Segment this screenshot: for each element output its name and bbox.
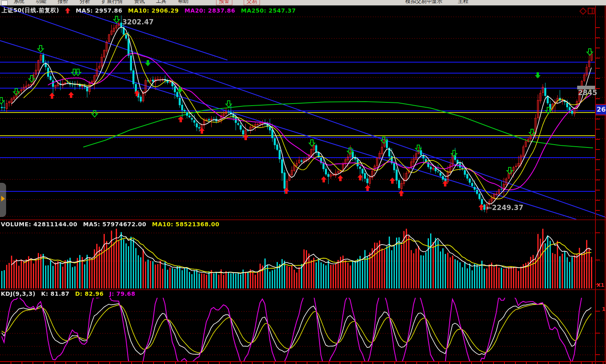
kdj-axis-label: 1	[602, 306, 606, 312]
kdj-d-value: D: 82.96	[75, 290, 104, 297]
up-arrow-icon	[65, 8, 70, 13]
current-price-label: 2845	[578, 89, 597, 97]
main-chart-header: 上证50(日线.前复权) MA5: 2957.86 MA10: 2906.29 …	[2, 7, 296, 14]
chart-canvas[interactable]	[0, 0, 606, 364]
volume-header: VOLUME: 42811144.00 MA5: 57974672.00 MA1…	[1, 221, 219, 228]
kdj-k-value: K: 81.87	[41, 290, 69, 297]
volume-ma5-value: MA5: 57974672.00	[83, 221, 146, 228]
menu-right-text2: 主程	[458, 0, 468, 5]
ma10-value: MA10: 2906.29	[128, 7, 179, 14]
menu-item-analyze[interactable]: 分析	[80, 0, 90, 5]
volume-value: VOLUME: 42811144.00	[1, 221, 77, 228]
volume-scale-label: X1	[597, 282, 604, 288]
sidebar-expand-handle[interactable]	[0, 183, 6, 217]
expand-arrow-icon	[1, 196, 5, 202]
split-window-icon[interactable]	[588, 8, 595, 14]
menu-item-system[interactable]: 系统	[14, 0, 24, 5]
menu-item-alert[interactable]: 预警	[216, 0, 232, 5]
menu-item-quote[interactable]: 报价	[58, 0, 68, 5]
menu-bar: 系统 功能 报价 分析 扩展行情 资讯 工具 帮助 预警 交易 模拟交易中显示 …	[0, 0, 606, 6]
kdj-title[interactable]: KDJ(9,3,3)	[1, 290, 35, 297]
symbol-title[interactable]: 上证50(日线.前复权)	[2, 7, 59, 14]
menu-item-extmkt[interactable]: 扩展行情	[102, 0, 123, 5]
menu-right-text: 模拟交易中显示	[405, 0, 442, 5]
ma20-value: MA20: 2837.86	[184, 7, 235, 14]
menu-item-trade[interactable]: 交易	[244, 0, 260, 5]
trough-price-label: ←2249.37	[486, 204, 524, 212]
ma250-value: MA250: 2547.37	[241, 7, 296, 14]
kdj-j-value: J: 79.68	[109, 290, 135, 297]
trading-app-window: 系统 功能 报价 分析 扩展行情 资讯 工具 帮助 预警 交易 模拟交易中显示 …	[0, 0, 606, 364]
peak-price-label: 3202.47	[122, 18, 154, 26]
volume-ma10-value: MA10: 58521368.00	[152, 221, 219, 228]
menu-item-help[interactable]: 帮助	[178, 0, 188, 5]
menu-item-info[interactable]: 资讯	[134, 0, 145, 5]
price-axis-badge: 265	[596, 104, 606, 115]
kdj-header: KDJ(9,3,3) K: 81.87 D: 82.96 J: 79.68	[1, 290, 135, 297]
menu-item-tools[interactable]: 工具	[156, 0, 167, 5]
menu-item-func[interactable]: 功能	[36, 0, 46, 5]
ma5-value: MA5: 2957.86	[76, 7, 123, 14]
